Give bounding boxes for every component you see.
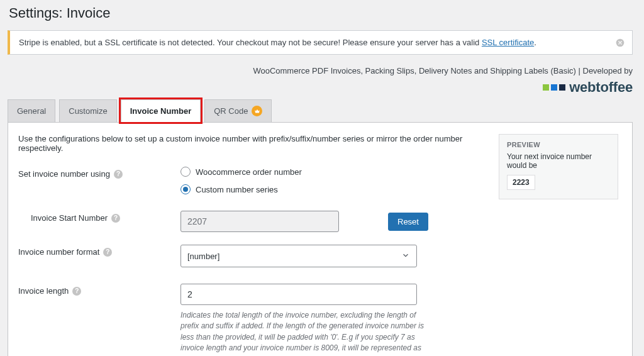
alert-text-suffix: .: [534, 38, 536, 47]
preview-description: Your next invoice number would be: [507, 152, 610, 170]
developed-by-line: WooCommerce PDF Invoices, Packing Slips,…: [8, 66, 633, 75]
label-invoice-length: Invoice length ?: [18, 284, 180, 296]
label-start-number: Invoice Start Number ?: [18, 211, 180, 223]
intro-text: Use the configurations below to set up a…: [18, 134, 484, 153]
radio-unchecked-icon: [180, 167, 191, 177]
ssl-certificate-link[interactable]: SSL certificate: [482, 38, 534, 47]
format-selected-value: [number]: [187, 252, 219, 261]
radio-woo-order-number[interactable]: Woocommerce order number: [180, 167, 484, 177]
help-icon[interactable]: ?: [72, 287, 81, 296]
field-invoice-number-format: Invoice number format ? [number]: [18, 245, 484, 267]
radio-custom-series[interactable]: Custom number series: [180, 184, 484, 194]
brand-squares-icon: [543, 84, 565, 91]
field-invoice-start-number: Invoice Start Number ? Reset: [18, 211, 484, 232]
field-set-invoice-number-using: Set invoice number using ? Woocommerce o…: [18, 167, 484, 194]
brand-logo: webtoffee: [8, 79, 633, 96]
invoice-format-select[interactable]: [number]: [180, 245, 417, 267]
chevron-down-icon: [401, 251, 410, 262]
invoice-start-number-input[interactable]: [180, 211, 339, 232]
tab-invoice-number[interactable]: Invoice Number: [121, 99, 201, 122]
brand-name: webtoffee: [569, 79, 633, 96]
page-title: Settings: Invoice: [8, 5, 633, 21]
close-icon[interactable]: [614, 37, 626, 48]
label-number-format: Invoice number format ?: [18, 245, 180, 257]
tabs: General Customize Invoice Number QR Code: [8, 99, 633, 122]
field-invoice-length: Invoice length ? Indicates the total len…: [18, 284, 484, 356]
preview-box: PREVIEW Your next invoice number would b…: [499, 134, 618, 199]
tab-qr-code-label: QR Code: [214, 106, 248, 116]
tab-customize[interactable]: Customize: [59, 99, 116, 122]
label-set-using: Set invoice number using ?: [18, 167, 180, 179]
help-icon[interactable]: ?: [111, 214, 120, 223]
help-icon[interactable]: ?: [114, 170, 123, 179]
ssl-warning-alert: Stripe is enabled, but a SSL certificate…: [8, 30, 633, 55]
preview-value: 2223: [507, 175, 535, 190]
tab-general[interactable]: General: [8, 99, 55, 122]
alert-text-prefix: Stripe is enabled, but a SSL certificate…: [19, 38, 482, 47]
crown-icon: [252, 106, 262, 116]
settings-panel: Use the configurations below to set up a…: [8, 122, 633, 356]
tab-qr-code[interactable]: QR Code: [204, 99, 272, 122]
reset-button[interactable]: Reset: [388, 213, 428, 231]
help-icon[interactable]: ?: [103, 248, 112, 257]
invoice-length-input[interactable]: [180, 284, 417, 305]
preview-title: PREVIEW: [507, 141, 610, 148]
invoice-length-help-text: Indicates the total length of the invoic…: [180, 310, 432, 356]
radio-group-number-source: Woocommerce order number Custom number s…: [180, 167, 484, 194]
radio-checked-icon: [180, 184, 191, 194]
